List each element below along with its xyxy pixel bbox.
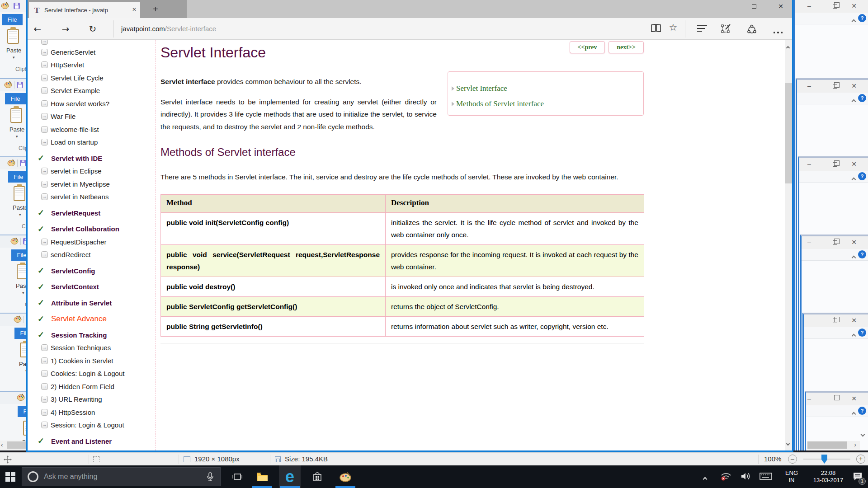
toc-link[interactable]: Methods of Servlet interface [456,99,544,108]
minimize-button[interactable]: – [805,393,817,405]
vertical-scrollbar[interactable] [785,40,792,450]
zoom-out-button[interactable]: – [788,455,797,464]
clock[interactable]: 22:08 13-03-2017 [807,469,849,484]
sidebar-item[interactable]: → sendRedirect [28,249,156,262]
help-button[interactable]: ? [858,407,866,415]
zoom-slider-thumb[interactable] [821,455,827,464]
new-tab-button[interactable]: + [146,3,165,16]
favorites-star-icon[interactable]: ☆ [667,22,679,34]
sidebar-item[interactable]: ✓ Attribute in Servlet [28,296,156,310]
action-center-icon[interactable]: 1 [853,471,863,483]
zoom-in-button[interactable]: + [856,455,865,464]
touch-keyboard-icon[interactable] [760,472,772,481]
collapse-ribbon-icon[interactable] [852,175,855,183]
close-button[interactable]: ✕ [846,0,862,13]
close-button[interactable]: ✕ [846,236,862,249]
language-indicator[interactable]: ENG IN [780,469,803,484]
sidebar-item[interactable]: → War File [28,110,156,123]
file-button[interactable]: File [5,93,26,104]
toc-item[interactable]: Servlet Interface [448,81,643,96]
restore-button[interactable] [833,162,837,167]
sidebar-item[interactable]: ✓ Servlet Advance [28,313,156,326]
forward-button[interactable]: → [57,23,75,34]
scroll-right-icon[interactable]: › [854,441,856,448]
paste-clipboard-icon[interactable] [14,186,25,201]
sidebar-item[interactable]: → Session Techniques [28,342,156,355]
restore-button[interactable] [833,319,837,323]
help-button[interactable]: ? [858,14,866,22]
sidebar-item[interactable]: ✓ ServletConfig [28,264,156,277]
more-actions-icon[interactable] [772,28,784,40]
restore-button[interactable] [833,397,837,401]
minimize-button[interactable]: – [802,236,817,249]
background-horizontal-scrollbar[interactable]: ‹ [0,441,26,450]
sidebar-item[interactable]: ✓ ServletContext [28,281,156,294]
window-maximize-button[interactable] [744,0,764,14]
sidebar-item[interactable]: → Session: Login & Logout [28,419,156,432]
minimize-button[interactable]: – [802,80,817,93]
hub-icon[interactable] [696,23,708,35]
sidebar-item[interactable]: → servlet in Eclipse [28,165,156,178]
save-icon[interactable] [20,160,26,166]
toc-item[interactable]: Methods of Servlet interface [448,96,643,112]
file-explorer-button[interactable] [251,465,273,488]
paste-dropdown-caret[interactable]: ▾ [19,212,21,217]
paste-dropdown-caret[interactable]: ▾ [13,55,15,60]
minimize-button[interactable]: – [802,314,817,327]
close-button[interactable]: ✕ [846,80,862,93]
scrollbar-thumb[interactable] [785,83,792,183]
save-icon[interactable] [17,82,23,88]
refresh-button[interactable]: ↻ [84,23,102,34]
sidebar-item[interactable]: → RequestDispacher [28,235,156,249]
microphone-icon[interactable] [207,472,214,482]
scroll-left-icon[interactable]: ‹ [1,441,3,448]
share-icon[interactable] [746,23,758,35]
tab-close-icon[interactable]: ✕ [132,6,137,13]
prev-button[interactable]: <<prev [570,41,605,53]
reading-view-icon[interactable] [650,23,662,35]
sidebar-item[interactable]: ✓ Event and Listener [28,435,156,448]
address-bar[interactable]: javatpoint.com/Servlet-interface [121,25,216,33]
edge-button[interactable]: e [279,465,301,488]
window-minimize-button[interactable]: – [716,0,737,14]
help-button[interactable]: ? [858,94,866,102]
speaker-icon[interactable] [741,472,751,481]
paste-button-label[interactable]: Paste [9,126,24,133]
save-icon[interactable] [14,3,20,9]
paint-button[interactable] [335,465,356,488]
sidebar-item[interactable]: → Servlet Life Cycle [28,71,156,84]
close-button[interactable]: ✕ [846,393,862,405]
tray-expand-icon[interactable] [703,474,707,483]
collapse-ribbon-icon[interactable] [852,409,855,418]
search-box[interactable]: Ask me anything [22,467,221,486]
web-note-icon[interactable] [721,23,732,35]
window-close-button[interactable]: ✕ [770,0,791,14]
restore-button[interactable] [833,240,837,245]
paste-button-label[interactable]: Paste [13,204,28,211]
sidebar-item[interactable]: ✓ ServletRequest [28,206,156,220]
toc-link[interactable]: Servlet Interface [456,84,507,93]
sidebar-item[interactable]: → HttpServlet [28,59,156,72]
collapse-ribbon-icon[interactable] [852,97,855,105]
scroll-down-icon[interactable] [787,439,789,447]
restore-button[interactable] [833,4,837,9]
scrollbar-thumb[interactable] [807,441,847,449]
background-horizontal-scrollbar[interactable]: › [807,441,860,450]
next-button[interactable]: next>> [609,41,644,53]
sidebar-item[interactable]: → How servlet works? [28,97,156,110]
sidebar-item[interactable]: ✓ Servlet with IDE [28,152,156,165]
minimize-button[interactable]: – [802,158,817,171]
scrollbar-thumb[interactable] [7,441,26,449]
sidebar-item[interactable]: → 1) Cookies in Servlet [28,354,156,367]
minimize-button[interactable]: – [802,0,817,13]
close-button[interactable]: ✕ [846,158,862,171]
sidebar-item[interactable]: → Cookies: Login & Logout [28,367,156,380]
sidebar-item[interactable]: → welcome-file-list [28,123,156,136]
collapse-ribbon-icon[interactable] [852,253,855,261]
sidebar-item[interactable]: ✓ Servlet Collaboration [28,223,156,236]
file-button[interactable]: File [2,14,23,25]
help-button[interactable]: ? [858,172,866,180]
scroll-down-icon[interactable] [861,430,864,438]
help-button[interactable]: ? [858,328,866,337]
sidebar-item[interactable]: → servlet in Netbeans [28,191,156,204]
